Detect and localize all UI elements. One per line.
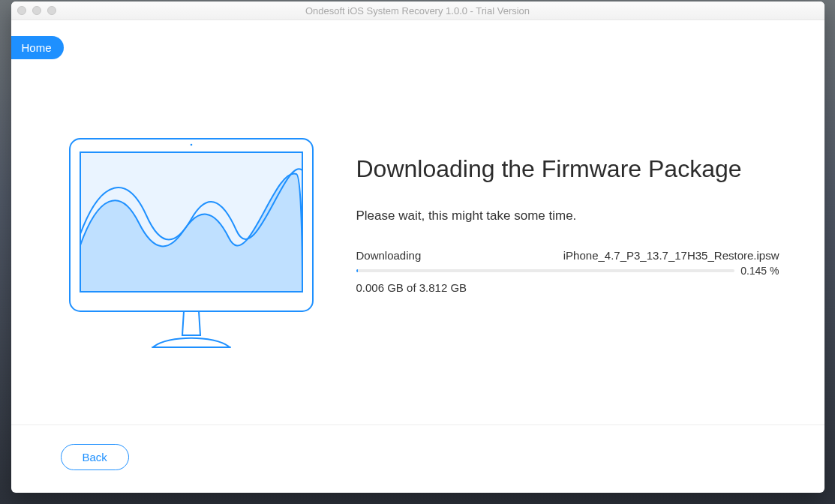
imac-icon [64,133,319,358]
progress-percent: 0.145 % [740,265,779,277]
home-label: Home [22,41,52,54]
back-button[interactable]: Back [61,444,129,470]
content-area: Downloading the Firmware Package Please … [11,20,824,358]
back-label: Back [83,451,107,464]
svg-point-1 [190,144,192,146]
app-window: Ondesoft iOS System Recovery 1.0.0 - Tri… [11,2,824,493]
progress-bar-fill [356,269,359,272]
download-amount: 0.006 GB of 3.812 GB [356,281,779,294]
page-subheading: Please wait, this might take some time. [356,208,779,224]
progress-bar [356,269,735,272]
download-label: Downloading [356,249,422,262]
close-dot[interactable] [17,6,26,15]
minimize-dot[interactable] [32,6,41,15]
download-row: Downloading iPhone_4.7_P3_13.7_17H35_Res… [356,249,779,262]
home-button[interactable]: Home [11,36,64,59]
titlebar: Ondesoft iOS System Recovery 1.0.0 - Tri… [11,2,824,20]
download-panel: Downloading the Firmware Package Please … [356,133,779,294]
page-heading: Downloading the Firmware Package [356,155,779,183]
window-title: Ondesoft iOS System Recovery 1.0.0 - Tri… [11,5,824,16]
window-controls [17,6,56,15]
progress-wrap: 0.145 % [356,265,779,277]
zoom-dot[interactable] [47,6,56,15]
illustration [56,133,326,358]
footer-divider [11,424,824,425]
download-filename: iPhone_4.7_P3_13.7_17H35_Restore.ipsw [563,249,779,262]
